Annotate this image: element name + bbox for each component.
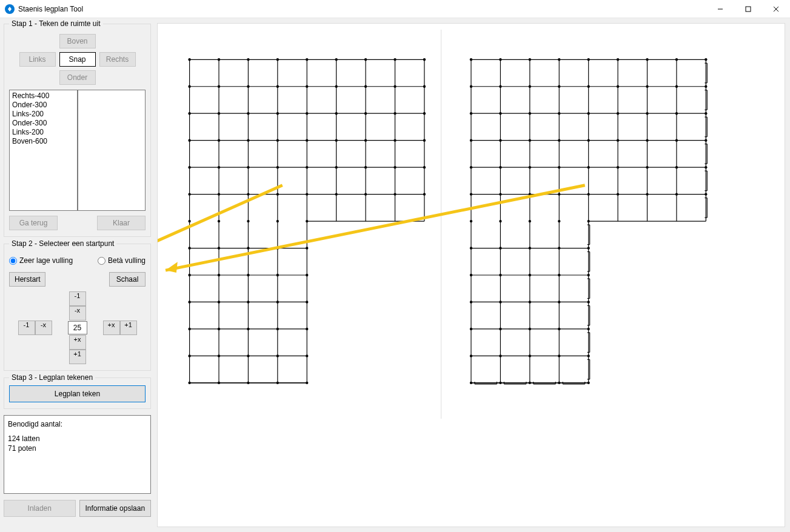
svg-point-82 (335, 193, 338, 195)
svg-point-168 (529, 112, 531, 115)
results-line: 71 poten (8, 444, 147, 453)
svg-point-57 (393, 112, 396, 115)
svg-point-183 (705, 139, 707, 142)
svg-point-228 (499, 354, 501, 357)
svg-point-75 (393, 166, 396, 168)
svg-point-197 (587, 193, 589, 195)
svg-point-193 (470, 193, 472, 195)
results-line: 124 latten (8, 434, 147, 444)
plan-right (470, 58, 708, 384)
svg-point-226 (587, 328, 589, 330)
svg-point-210 (558, 247, 560, 249)
y-minusx-button[interactable]: -x (69, 306, 86, 321)
list-item[interactable]: Boven-600 (12, 137, 75, 146)
svg-point-152 (587, 58, 589, 61)
svg-point-190 (646, 166, 648, 168)
informatie-opslaan-button[interactable]: Informatie opslaan (79, 500, 152, 517)
schaal-button[interactable]: Schaal (109, 272, 146, 287)
svg-point-199 (646, 193, 648, 195)
inladen-button[interactable]: Inladen (4, 500, 76, 517)
legplan-teken-button[interactable]: Legplan teken (9, 385, 146, 402)
minimize-button[interactable] (706, 0, 734, 18)
svg-point-164 (675, 85, 678, 88)
svg-point-39 (393, 58, 396, 61)
svg-point-41 (188, 85, 190, 88)
svg-point-72 (306, 166, 308, 168)
svg-point-222 (470, 328, 472, 330)
svg-point-161 (587, 85, 589, 88)
x-plusx-button[interactable]: +x (103, 321, 120, 335)
list-item[interactable]: Onder-300 (12, 101, 75, 110)
moves-list[interactable]: Rechts-400 Onder-300 Links-200 Onder-300… (9, 90, 78, 211)
y-minus1-button[interactable]: -1 (69, 291, 86, 306)
y-plus1-button[interactable]: +1 (69, 350, 86, 364)
app-icon (5, 4, 15, 14)
moves-list-secondary[interactable] (78, 90, 146, 211)
links-button[interactable]: Links (19, 52, 56, 67)
drawing-canvas[interactable] (157, 23, 785, 527)
svg-point-101 (188, 301, 190, 303)
svg-point-202 (470, 220, 472, 222)
step3-group: Stap 3 - Legplan tekenen Legplan teken (4, 373, 151, 409)
svg-point-169 (558, 112, 560, 115)
svg-point-172 (646, 112, 648, 115)
list-item[interactable]: Links-200 (12, 128, 75, 137)
svg-point-53 (276, 112, 279, 115)
svg-point-215 (558, 274, 560, 276)
svg-point-81 (306, 193, 308, 195)
svg-point-86 (188, 220, 190, 222)
results-heading: Benodigd aantal: (8, 419, 147, 429)
adjuster-value-input[interactable] (68, 321, 87, 334)
svg-point-155 (675, 58, 678, 61)
svg-point-176 (499, 139, 501, 142)
x-minus1-button[interactable]: -1 (18, 321, 35, 335)
svg-point-204 (529, 220, 531, 222)
svg-point-59 (188, 139, 190, 142)
x-plus1-button[interactable]: +1 (120, 321, 137, 335)
onder-button[interactable]: Onder (59, 70, 96, 85)
klaar-button[interactable]: Klaar (97, 216, 146, 230)
svg-point-97 (218, 274, 220, 276)
close-button[interactable] (762, 0, 790, 18)
radio-zeer-lage-vulling-input[interactable] (9, 257, 17, 265)
boven-button[interactable]: Boven (59, 34, 96, 48)
svg-point-158 (499, 85, 501, 88)
svg-point-48 (393, 85, 396, 88)
svg-point-166 (470, 112, 472, 115)
maximize-button[interactable] (734, 0, 762, 18)
svg-point-167 (499, 112, 501, 115)
svg-point-184 (470, 166, 472, 168)
svg-point-214 (529, 274, 531, 276)
list-item[interactable]: Links-200 (12, 110, 75, 119)
rechts-button[interactable]: Rechts (99, 52, 136, 67)
grid-svg (158, 24, 785, 527)
svg-point-150 (529, 58, 531, 61)
svg-point-211 (587, 247, 589, 249)
herstart-button[interactable]: Herstart (9, 272, 45, 287)
svg-point-112 (218, 354, 220, 357)
svg-point-60 (218, 139, 220, 142)
svg-point-49 (423, 85, 426, 88)
ga-terug-button[interactable]: Ga terug (9, 216, 58, 230)
svg-point-115 (306, 354, 308, 357)
radio-beta-vulling-input[interactable] (98, 257, 105, 265)
x-minusx-button[interactable]: -x (35, 321, 52, 335)
svg-point-33 (218, 58, 220, 61)
list-item[interactable]: Rechts-400 (12, 91, 75, 101)
svg-point-118 (247, 382, 249, 384)
radio-beta-vulling[interactable]: Betà vulling (98, 256, 146, 265)
svg-point-69 (218, 166, 220, 168)
svg-point-62 (276, 139, 279, 142)
radio-zeer-lage-vulling-label: Zeer lage vulling (19, 256, 73, 265)
radio-zeer-lage-vulling[interactable]: Zeer lage vulling (9, 256, 73, 265)
svg-point-107 (218, 328, 220, 330)
svg-point-219 (529, 301, 531, 303)
y-plusx-button[interactable]: +x (69, 335, 86, 350)
svg-point-109 (276, 328, 279, 330)
svg-point-55 (335, 112, 338, 115)
svg-point-154 (646, 58, 648, 61)
list-item[interactable]: Onder-300 (12, 119, 75, 128)
svg-point-181 (646, 139, 648, 142)
svg-point-52 (247, 112, 249, 115)
snap-button[interactable]: Snap (59, 52, 96, 67)
